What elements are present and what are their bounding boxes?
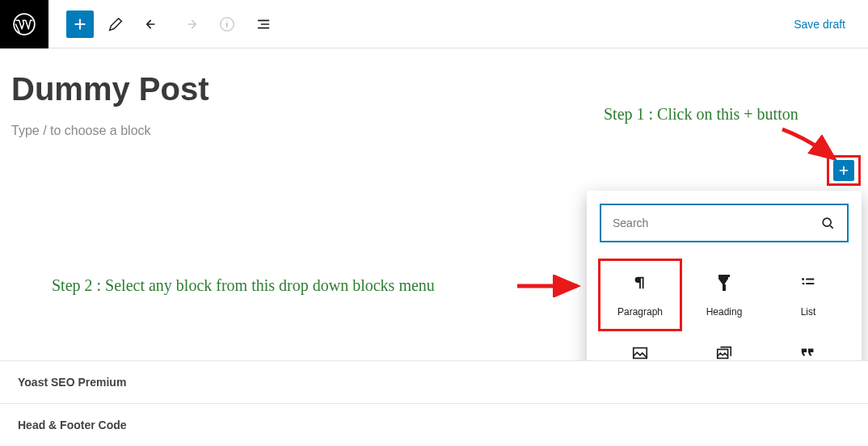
annotation-step1: Step 1 : Click on this + button: [604, 105, 798, 124]
svg-rect-6: [806, 279, 814, 280]
block-heading[interactable]: Heading: [682, 259, 766, 331]
svg-point-2: [823, 218, 831, 226]
svg-rect-4: [723, 284, 726, 291]
search-icon: [820, 215, 836, 231]
block-label: List: [801, 306, 816, 318]
svg-rect-9: [634, 348, 647, 359]
info-icon: [218, 15, 236, 33]
plus-icon: [71, 15, 89, 33]
search-container: [600, 204, 849, 242]
pencil-icon: [107, 15, 124, 33]
wordpress-logo[interactable]: [0, 0, 48, 48]
block-label: Paragraph: [617, 306, 663, 318]
svg-rect-8: [806, 283, 814, 284]
paragraph-icon: [631, 271, 649, 295]
list-icon: [799, 271, 817, 295]
save-draft-button[interactable]: Save draft: [784, 11, 855, 37]
edit-mode-button[interactable]: [100, 9, 131, 40]
search-input[interactable]: [613, 217, 820, 229]
svg-point-0: [14, 14, 35, 35]
block-list[interactable]: List: [766, 259, 850, 331]
block-paragraph[interactable]: Paragraph: [598, 259, 682, 331]
outline-icon: [255, 15, 273, 33]
inline-inserter-highlight: [827, 155, 861, 186]
redo-button: [175, 9, 205, 40]
redo-icon: [181, 15, 199, 33]
info-button: [212, 9, 242, 40]
undo-icon: [144, 15, 162, 33]
outline-button[interactable]: [249, 9, 280, 40]
svg-rect-7: [803, 283, 805, 284]
editor-content: Dummy Post Type / to choose a block: [0, 48, 868, 138]
meta-panels: Yoast SEO Premium Head & Footer Code: [0, 360, 868, 446]
editor-toolbar: Save draft: [0, 0, 868, 48]
headfoot-panel[interactable]: Head & Footer Code: [0, 403, 868, 446]
svg-point-5: [802, 278, 804, 280]
yoast-panel[interactable]: Yoast SEO Premium: [0, 360, 868, 403]
block-label: Heading: [706, 306, 743, 318]
undo-button[interactable]: [137, 9, 168, 40]
wordpress-icon: [13, 13, 36, 36]
svg-rect-3: [718, 275, 730, 277]
heading-icon: [718, 271, 731, 295]
plus-icon: [836, 163, 851, 178]
add-block-button[interactable]: [66, 11, 94, 38]
annotation-step2: Step 2 : Select any block from this drop…: [52, 276, 435, 295]
inline-add-button[interactable]: [833, 160, 854, 181]
arrow-step2: [514, 275, 587, 297]
